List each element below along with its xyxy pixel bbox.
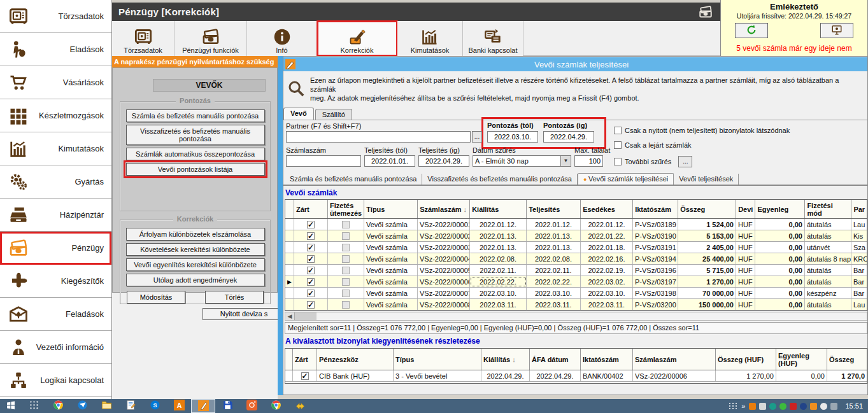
column-header[interactable]: Egyenleg: [755, 200, 805, 218]
utemezes-checkbox[interactable]: [342, 301, 350, 309]
invoice-row[interactable]: Vevői számla VSz-2022/00006 2022.02.22. …: [285, 276, 867, 288]
utemezes-cell[interactable]: [328, 288, 364, 298]
utemezes-checkbox[interactable]: [342, 290, 350, 297]
column-header[interactable]: Iktatószám: [633, 200, 678, 218]
taskbar-app-file-explorer[interactable]: [94, 399, 118, 413]
korrekcio-button-utolag-adott-engedmenyek[interactable]: Utólag adott engedmények: [126, 274, 265, 286]
korrekcio-button-arfolyam-kulonbozetek[interactable]: Árfolyam különbözetek elszámolása: [126, 228, 265, 241]
tovabbi-szures-browse-button[interactable]: ...: [678, 156, 692, 167]
column-header[interactable]: Pénzeszköz: [317, 349, 394, 370]
column-header[interactable]: Egyenleg (HUF): [776, 349, 827, 370]
sidebar-item-hazipenztar[interactable]: Házipénztár: [0, 199, 111, 232]
utemezes-checkbox[interactable]: [342, 267, 350, 274]
taskbar-app-camera-app[interactable]: [239, 399, 264, 413]
zart-cell[interactable]: [294, 242, 328, 253]
column-header[interactable]: Kiállítás: [481, 349, 530, 370]
toolbar-button-banki-kapcsolat[interactable]: Banki kapcsolat: [463, 21, 523, 56]
partner-browse-button[interactable]: ...: [472, 131, 482, 143]
zart-cell[interactable]: [293, 370, 317, 381]
zart-checkbox[interactable]: [307, 290, 315, 297]
column-header[interactable]: Összeg (HUF): [716, 349, 776, 370]
sidebar-item-kimutatasok[interactable]: Kimutatások: [0, 132, 111, 165]
column-header[interactable]: Típus: [394, 349, 481, 370]
tray-icon-tray-network[interactable]: [830, 403, 837, 410]
subtab-szamla-befizetes[interactable]: Számla és befizetés manuális pontozása: [285, 174, 422, 185]
invoice-row[interactable]: Vevői számla VSz-2022/00003 2022.01.13. …: [285, 242, 867, 253]
tray-icon-tray-orange[interactable]: [749, 403, 756, 410]
reminder-refresh-button[interactable]: [735, 23, 768, 38]
start-button[interactable]: [0, 399, 22, 413]
sidebar-item-eladasok[interactable]: Eladások: [0, 33, 111, 66]
korrekcio-button-vevoi-egyenlites-kerekitesi[interactable]: Vevői egyenlítés kerekítési különbözete: [126, 258, 265, 271]
column-header[interactable]: ÁFA dátum: [530, 349, 581, 370]
invoice-row[interactable]: Vevői számla VSz-2022/00002 2022.01.13. …: [285, 230, 867, 242]
taskbar-clock[interactable]: 15:51: [845, 402, 863, 410]
invoice-row[interactable]: Vevői számla VSz-2022/00004 2022.02.08. …: [285, 253, 867, 265]
nyitott-deviza-button[interactable]: Nyitott deviza s: [203, 308, 285, 320]
invoice-row[interactable]: [285, 311, 867, 311]
utemezes-checkbox[interactable]: [342, 232, 350, 240]
subtab-vevoi-szamlak-teljesitesei[interactable]: Vevői számlák teljesítései: [578, 173, 674, 185]
tray-icon-tray-red[interactable]: [790, 403, 797, 410]
toolbar-button-korrekciok[interactable]: Korrekciók: [317, 21, 397, 56]
column-header[interactable]: Fizetési mód: [805, 200, 851, 218]
zart-checkbox[interactable]: [301, 372, 309, 380]
invoice-row[interactable]: Vevői számla VSz-2022/00008 2022.03.11. …: [285, 299, 867, 311]
taskbar-app-save-app[interactable]: [215, 399, 239, 413]
scrollbar-thumb[interactable]: [295, 312, 317, 320]
column-header[interactable]: Zárt: [293, 349, 317, 370]
korrekcio-button-kovetelesek-kerekitesi[interactable]: Követelések kerekítési különbözete: [126, 243, 265, 256]
column-header[interactable]: Par: [851, 200, 867, 218]
column-header[interactable]: Fizetés ütemezés: [328, 200, 364, 218]
zart-cell[interactable]: [294, 299, 328, 310]
taskbar-app-chrome-2[interactable]: [264, 399, 288, 413]
tray-icon-tray-clipboard[interactable]: [759, 403, 766, 410]
column-header[interactable]: Kiállítás: [470, 200, 527, 218]
toolbar-button-info[interactable]: Infó: [247, 21, 317, 56]
taskbar-app-community-app[interactable]: [288, 399, 312, 413]
pontozas-button-szamla-befizetes-manualis[interactable]: Számla és befizetés manuális pontozása: [126, 109, 265, 122]
tab-vevo[interactable]: Vevő: [283, 108, 314, 120]
utemezes-checkbox[interactable]: [342, 278, 350, 286]
column-header[interactable]: Esedékes: [581, 200, 633, 218]
reminder-monitor-button[interactable]: [820, 23, 853, 38]
zart-cell[interactable]: [294, 253, 328, 264]
toolbar-button-kimutatasok[interactable]: Kimutatások: [397, 21, 463, 56]
taskbar-app-thunderbird[interactable]: [70, 399, 94, 413]
teljesites-tol-input[interactable]: [364, 155, 415, 167]
taskbar-app-skype[interactable]: S: [143, 399, 167, 413]
invoice-row[interactable]: Vevői számla VSz-2022/00007 2022.03.10. …: [285, 288, 867, 299]
tray-icon-tray-blue[interactable]: [800, 403, 807, 410]
utemezes-cell[interactable]: [328, 219, 364, 230]
column-header[interactable]: Összeg: [678, 200, 736, 218]
scroll-left-arrow[interactable]: ◀: [285, 312, 295, 320]
sidebar-item-keszletmozgasok[interactable]: Készletmozgások: [0, 99, 111, 132]
checkbox-csak-nyitott[interactable]: Csak a nyitott (nem teljesített) bizonyl…: [614, 127, 790, 134]
subtab-visszafizetes-befizetes[interactable]: Visszafizetés és befizetés manuális pont…: [422, 174, 578, 185]
zart-cell[interactable]: [294, 265, 328, 276]
pontozas-tol-input[interactable]: [487, 131, 538, 143]
zart-cell[interactable]: [294, 288, 328, 298]
toolbar-button-penzugyi-funkciok[interactable]: Pénzügyi funkciók: [174, 21, 247, 56]
tray-expand-icon[interactable]: »: [741, 402, 745, 410]
taskbar-app-notepad[interactable]: [118, 399, 143, 413]
max-talalat-input[interactable]: [574, 155, 603, 167]
utemezes-checkbox[interactable]: [342, 244, 350, 251]
pontozas-button-szamlak-automatikus[interactable]: Számlák automatikus összepontozása: [126, 148, 265, 160]
pontozas-button-visszafizetes-befizetes-manualis[interactable]: Visszafizetés és befizetés manuális pont…: [126, 125, 265, 145]
taskbar-app-app-grid[interactable]: [22, 399, 46, 413]
small-button-torles[interactable]: Törlés: [205, 291, 264, 304]
invoice-row[interactable]: Vevői számla VSz-2022/00001 2022.01.12. …: [285, 219, 867, 230]
column-header[interactable]: Iktatószám: [581, 349, 633, 370]
sidebar-item-feladasok[interactable]: Feladások: [0, 298, 111, 331]
utemezes-cell[interactable]: [328, 276, 364, 287]
teljesites-ig-input[interactable]: [418, 155, 469, 167]
column-header[interactable]: Típus: [364, 200, 418, 218]
utemezes-cell[interactable]: [328, 230, 364, 241]
datum-szures-select[interactable]: A - Elmúlt 30 nap ▼: [473, 155, 571, 167]
zart-checkbox[interactable]: [307, 244, 315, 251]
column-header[interactable]: Összeg: [827, 349, 867, 370]
zart-cell[interactable]: [294, 230, 328, 241]
zart-checkbox[interactable]: [307, 232, 315, 240]
sidebar-item-torzsadatok[interactable]: Törzsadatok: [0, 0, 111, 33]
